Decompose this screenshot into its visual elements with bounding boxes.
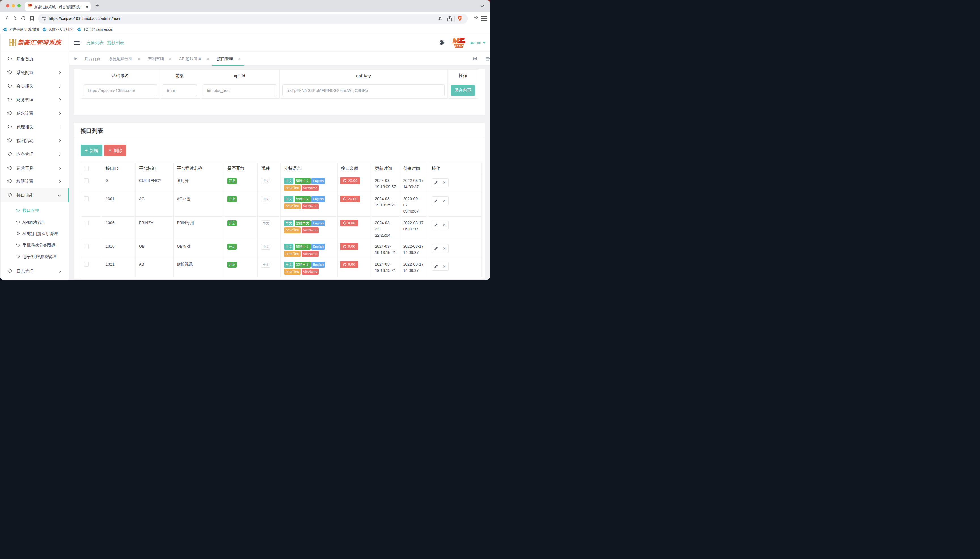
svg-text:GAME: GAME	[28, 6, 32, 7]
svg-text:GAME: GAME	[454, 45, 464, 48]
